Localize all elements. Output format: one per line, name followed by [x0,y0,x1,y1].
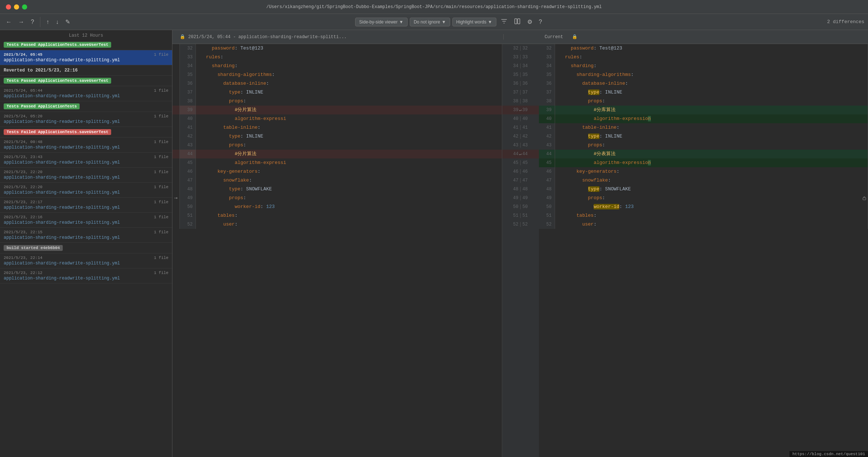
sidebar-item-15[interactable]: build started e4eb6b04 [0,243,172,253]
help2-icon-button[interactable]: ? [537,17,544,27]
sidebar-item-17[interactable]: 2021/5/23, 22:12 1 file application-shar… [0,268,172,284]
right-line-50: 50 worker-id: 123 [539,202,868,211]
line-num: 34 [180,62,196,70]
sidebar-item-6[interactable]: 2021/5/24, 05:20 1 file application-shar… [0,112,172,127]
sidebar-datetime-12: 2021/5/23, 22:17 [4,200,43,204]
sidebar-item-1[interactable]: 2021/5/24, 05:45 1 file application-shar… [0,50,172,65]
left-line-38: 38 props: [172,97,502,106]
line-num: 46 [180,167,196,176]
toolbar: ← → ? ↑ ↓ ✎ Side-by-side viewer ▼ Do not… [0,14,868,30]
viewer-dropdown-icon: ▼ [399,19,404,25]
edit-button[interactable]: ✎ [63,17,72,27]
line-num: 47 [539,176,555,185]
sidebar-item-2[interactable]: Reverted to 2021/5/23, 22:16 [0,65,172,76]
sidebar-badge-11: 1 file [154,185,168,189]
wrap-marker [861,185,868,194]
line-content: rules: [555,53,861,62]
highlight-dropdown-button[interactable]: Highlight words ▼ [452,18,496,26]
line-content: props: [196,141,502,150]
sidebar-item-16[interactable]: 2021/5/23, 22:14 1 file application-shar… [0,253,172,268]
status-badge-5: Tests Passed ApplicationTests [4,103,80,109]
lock-icon-left: 🔒 [180,34,185,40]
line-content: key-generators: [196,167,502,176]
line-num: 41 [180,123,196,132]
up-button[interactable]: ↑ [44,17,51,27]
sidebar-item-14[interactable]: 2021/5/23, 22:15 1 file application-shar… [0,228,172,243]
sidebar-filename-10: application-sharding-readwrite-splitting… [4,175,168,180]
sidebar-item-12[interactable]: 2021/5/23, 22:17 1 file application-shar… [0,198,172,213]
viewer-dropdown-button[interactable]: Side-by-side viewer ▼ [355,18,408,26]
wrap-marker [861,114,868,123]
wrap-marker [861,167,868,176]
close-button[interactable] [6,4,11,10]
line-content: worker-id: 123 [196,202,502,211]
down-button[interactable]: ↓ [54,17,61,27]
help-button[interactable]: ? [29,17,36,27]
right-diff-pane: 32 password: Test@123 33 rules: 34 shard… [539,44,868,457]
line-num: 32 [539,44,555,53]
line-content: props: [555,141,861,150]
sidebar-item-4[interactable]: 2021/5/24, 05:44 1 file application-shar… [0,86,172,101]
minimize-button[interactable] [14,4,19,10]
line-num: 35 [180,70,196,79]
main-layout: Last 12 Hours Tests Passed ApplicationTe… [0,30,868,457]
left-pane-header: 🔒 2021/5/24, 05:44 - application-shardin… [175,34,504,40]
right-line-49: 49 props: [539,194,868,202]
left-line-34: 34 sharding: [172,62,502,70]
mid-37: 37│37 [502,88,539,97]
right-line-52: 52 user: [539,220,868,229]
line-num: 40 [539,114,555,123]
left-line-43: 43 props: [172,141,502,150]
sidebar-item-13[interactable]: 2021/5/23, 22:16 1 file application-shar… [0,213,172,228]
mid-39: 39↵39 [502,106,539,114]
right-line-41: 41 table-inline: [539,123,868,132]
maximize-button[interactable] [22,4,27,10]
sidebar-item-7[interactable]: Tests Failed ApplicationTests.saveUserTe… [0,127,172,138]
sidebar-badge-14: 1 file [154,230,168,234]
forward-button[interactable]: → [16,17,26,27]
line-num: 44 [180,150,196,158]
left-line-47: 47 snowflake: [172,176,502,185]
left-line-32: 32 password: Test@123 [172,44,502,53]
sidebar-item-8[interactable]: 2021/5/24, 00:48 1 file application-shar… [0,138,172,153]
right-line-34: 34 sharding: [539,62,868,70]
sidebar-badge-8: 1 file [154,140,168,144]
sidebar-badge-9: 1 file [154,155,168,159]
wrap-marker [861,220,868,229]
left-line-35: 35 sharding-algorithms: [172,70,502,79]
right-line-40: 40 algorithm-expression [539,114,868,123]
mid-34: 34│34 [502,62,539,70]
svg-rect-1 [518,19,520,24]
sidebar-filename-17: application-sharding-readwrite-splitting… [4,276,168,281]
sidebar-datetime-14: 2021/5/23, 22:15 [4,230,43,234]
sidebar-datetime-13: 2021/5/23, 22:16 [4,215,43,219]
sidebar-item-11[interactable]: 2021/5/23, 22:20 1 file application-shar… [0,183,172,198]
left-line-42: 42 type: INLINE [172,132,502,141]
line-content: tables: [555,211,861,220]
columns-icon-button[interactable] [512,17,523,28]
line-num: 41 [539,123,555,132]
settings-icon-button[interactable]: ⚙ [525,17,535,27]
sidebar-badge-10: 1 file [154,170,168,174]
line-content: user: [555,220,861,229]
sidebar-filename-8: application-sharding-readwrite-splitting… [4,145,168,150]
sidebar-datetime-16: 2021/5/23, 22:14 [4,256,43,260]
right-line-45: 45 algorithm-expression [539,158,868,167]
back-button[interactable]: ← [4,17,14,27]
line-num: 52 [180,220,196,229]
filter-icon-button[interactable] [499,17,510,28]
sidebar-item-0[interactable]: Tests Passed ApplicationTests.saveUserTe… [0,40,172,50]
sidebar-item-3[interactable]: Tests Passed ApplicationTests.saveUserTe… [0,76,172,86]
ignore-dropdown-button[interactable]: Do not ignore ▼ [410,18,450,26]
line-content: algorithm-expression [555,158,861,167]
left-line-36: 36 database-inline: [172,79,502,88]
mid-35: 35│35 [502,70,539,79]
sidebar-item-10[interactable]: 2021/5/23, 22:20 1 file application-shar… [0,168,172,183]
sidebar-item-9[interactable]: 2021/5/23, 23:43 1 file application-shar… [0,153,172,168]
sidebar-badge-4: 1 file [154,88,168,93]
mid-48: 48│48 [502,185,539,194]
line-num: 51 [180,211,196,220]
sidebar-item-5[interactable]: Tests Passed ApplicationTests [0,101,172,112]
right-line-33: 33 rules: [539,53,868,62]
window-controls [6,4,27,10]
